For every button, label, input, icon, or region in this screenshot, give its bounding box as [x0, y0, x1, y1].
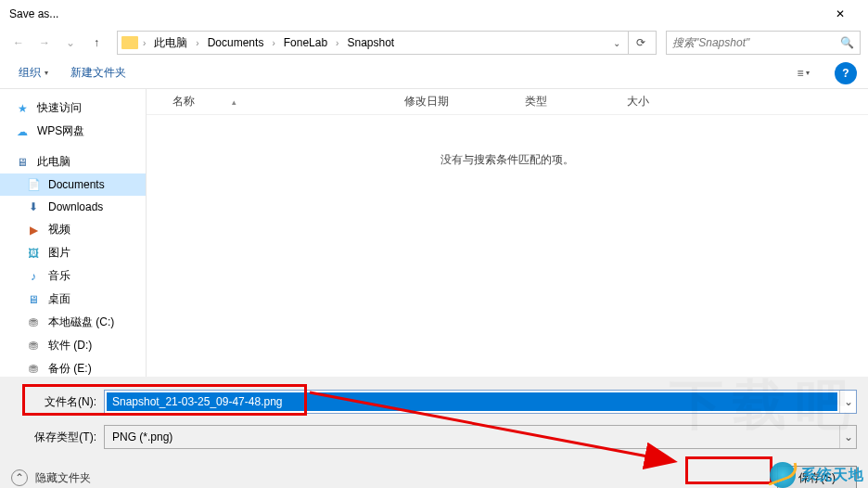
- view-button[interactable]: ≡ ▾: [786, 62, 820, 84]
- chevron-right-icon[interactable]: ›: [269, 38, 277, 48]
- tree-item-label: 快速访问: [37, 100, 82, 116]
- view-icon: ≡: [797, 67, 803, 80]
- chevron-up-icon: ⌃: [15, 471, 24, 484]
- column-type[interactable]: 类型: [517, 94, 619, 109]
- help-icon: ?: [842, 67, 849, 80]
- back-button[interactable]: ←: [7, 32, 30, 54]
- sort-indicator-icon: ▴: [232, 97, 236, 107]
- refresh-icon: ⟳: [636, 36, 645, 49]
- tree-item-label: 视频: [48, 222, 70, 238]
- close-icon: ✕: [836, 7, 845, 20]
- tree-item[interactable]: ⬇Downloads: [0, 196, 146, 218]
- filename-combo[interactable]: ⌄: [104, 390, 857, 414]
- search-box[interactable]: 🔍: [666, 31, 861, 55]
- tree-pane[interactable]: ★快速访问☁WPS网盘🖥此电脑📄Documents⬇Downloads▶视频🖼图…: [0, 89, 147, 377]
- tree-item-icon: ⛃: [26, 362, 41, 377]
- tree-item[interactable]: 🖥此电脑: [0, 150, 146, 173]
- watermark: 系统天地: [770, 462, 864, 488]
- tree-item-label: 此电脑: [37, 154, 70, 170]
- column-size[interactable]: 大小: [619, 94, 694, 109]
- arrow-right-icon: →: [39, 36, 50, 49]
- nav-row: ← → ⌄ ↑ › 此电脑 › Documents › FoneLab › Sn…: [0, 28, 868, 58]
- collapse-folders-button[interactable]: ⌃: [11, 469, 28, 486]
- filetype-dropdown[interactable]: ⌄: [839, 426, 856, 448]
- tree-item-label: WPS网盘: [37, 123, 84, 139]
- tree-item-icon: 📄: [26, 177, 41, 192]
- breadcrumb-item[interactable]: Documents: [204, 34, 268, 51]
- tree-item-label: 桌面: [48, 291, 70, 307]
- tree-item-label: 图片: [48, 245, 70, 261]
- title-bar: Save as... ✕: [0, 0, 868, 28]
- tree-item[interactable]: ☁WPS网盘: [0, 120, 146, 143]
- folder-icon: [121, 36, 138, 49]
- tree-item-label: Documents: [48, 178, 105, 191]
- filename-dropdown[interactable]: ⌄: [839, 391, 856, 413]
- filetype-combo[interactable]: PNG (*.png) ⌄: [104, 425, 857, 449]
- toolbar: 组织 ▾ 新建文件夹 ≡ ▾ ?: [0, 58, 868, 89]
- tree-item-icon: 🖥: [15, 155, 30, 170]
- empty-message: 没有与搜索条件匹配的项。: [147, 152, 868, 168]
- help-button[interactable]: ?: [835, 62, 857, 84]
- list-pane[interactable]: 名称 ▴ 修改日期 类型 大小 没有与搜索条件匹配的项。: [147, 89, 868, 377]
- tree-item[interactable]: 🖼图片: [0, 241, 146, 264]
- tree-item-icon: ⛃: [26, 339, 41, 353]
- search-input[interactable]: [672, 36, 840, 49]
- footer: 文件名(N): ⌄ 保存类型(T): PNG (*.png) ⌄ ⌃ 隐藏文件夹…: [0, 377, 868, 488]
- tree-item[interactable]: 🖥桌面: [0, 288, 146, 311]
- main-content: ★快速访问☁WPS网盘🖥此电脑📄Documents⬇Downloads▶视频🖼图…: [0, 89, 868, 377]
- tree-item[interactable]: ▶视频: [0, 218, 146, 241]
- organize-button[interactable]: 组织 ▾: [11, 61, 56, 84]
- column-name[interactable]: 名称 ▴: [165, 94, 397, 109]
- tree-item[interactable]: ⛃软件 (D:): [0, 334, 146, 357]
- tree-item-label: 本地磁盘 (C:): [48, 315, 114, 330]
- arrow-up-icon: ↑: [94, 36, 99, 49]
- search-icon[interactable]: 🔍: [840, 36, 854, 49]
- tree-item-label: Downloads: [48, 200, 103, 213]
- breadcrumb-item[interactable]: FoneLab: [280, 34, 331, 51]
- chevron-down-icon: ▾: [45, 69, 48, 77]
- column-date[interactable]: 修改日期: [397, 94, 517, 109]
- tree-item-icon: ♪: [26, 269, 41, 284]
- breadcrumb-item[interactable]: 此电脑: [150, 33, 191, 53]
- tree-item-label: 备份 (E:): [48, 361, 92, 377]
- tree-item[interactable]: ♪音乐: [0, 264, 146, 288]
- organize-label: 组织: [19, 65, 41, 81]
- close-button[interactable]: ✕: [822, 1, 859, 27]
- tree-item[interactable]: ⛃备份 (E:): [0, 357, 146, 377]
- up-button[interactable]: ↑: [85, 32, 108, 54]
- breadcrumb-item[interactable]: Snapshot: [343, 34, 398, 51]
- tree-item[interactable]: ⛃本地磁盘 (C:): [0, 311, 146, 334]
- list-header: 名称 ▴ 修改日期 类型 大小: [147, 89, 868, 115]
- filename-label: 文件名(N):: [11, 394, 96, 410]
- chevron-down-icon: ▾: [806, 69, 810, 77]
- forward-button[interactable]: →: [33, 32, 56, 54]
- tree-item-icon: ★: [15, 101, 30, 116]
- tree-item-icon: ⬇: [26, 199, 41, 214]
- tree-item[interactable]: ★快速访问: [0, 96, 146, 120]
- chevron-right-icon[interactable]: ›: [193, 38, 201, 48]
- filetype-value: PNG (*.png): [105, 430, 839, 443]
- tree-item[interactable]: 📄Documents: [0, 173, 146, 196]
- chevron-down-icon: ⌄: [66, 36, 75, 49]
- address-dropdown[interactable]: ⌄: [607, 38, 626, 48]
- breadcrumb[interactable]: › 此电脑 › Documents › FoneLab › Snapshot ⌄…: [117, 31, 657, 55]
- tree-item-icon: ☁: [15, 124, 30, 139]
- new-folder-button[interactable]: 新建文件夹: [63, 61, 134, 84]
- tree-item-icon: 🖼: [26, 246, 41, 261]
- chevron-right-icon[interactable]: ›: [333, 38, 341, 48]
- history-dropdown[interactable]: ⌄: [59, 32, 82, 54]
- tree-item-icon: 🖥: [26, 292, 41, 307]
- tree-item-label: 软件 (D:): [48, 338, 92, 353]
- new-folder-label: 新建文件夹: [70, 65, 126, 81]
- chevron-down-icon: ⌄: [844, 430, 853, 443]
- chevron-right-icon[interactable]: ›: [140, 38, 148, 48]
- filename-input[interactable]: [107, 392, 837, 411]
- tree-item-icon: ▶: [26, 223, 41, 238]
- window-title: Save as...: [9, 7, 58, 20]
- watermark-text: 系统天地: [801, 466, 864, 485]
- hide-folders-link[interactable]: 隐藏文件夹: [35, 470, 91, 486]
- tree-item-icon: ⛃: [26, 315, 41, 330]
- refresh-button[interactable]: ⟳: [628, 32, 652, 54]
- chevron-down-icon: ⌄: [844, 395, 853, 408]
- tree-item-label: 音乐: [48, 268, 70, 284]
